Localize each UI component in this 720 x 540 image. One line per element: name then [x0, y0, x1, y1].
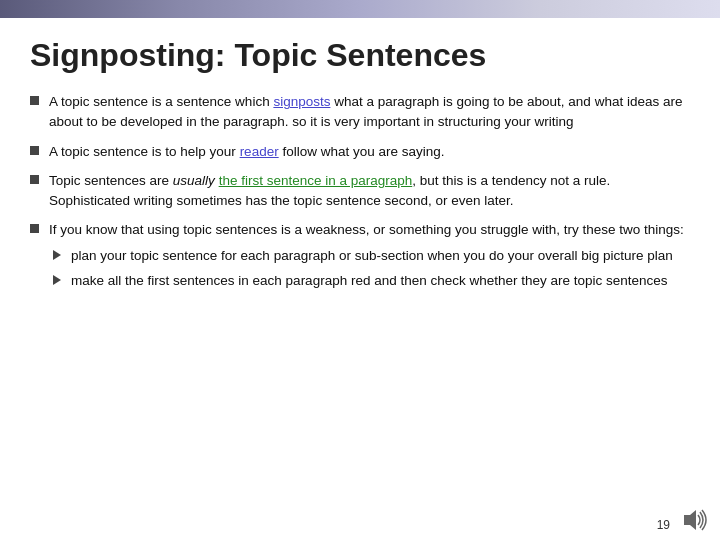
bullet-list: A topic sentence is a sentence which sig…	[30, 92, 690, 297]
usually-text: usually	[173, 173, 215, 188]
sub-bullet-list: plan your topic sentence for each paragr…	[49, 246, 690, 291]
slide-content: Signposting: Topic Sentences A topic sen…	[0, 18, 720, 327]
arrow-bullet-2	[53, 275, 61, 285]
slide-title: Signposting: Topic Sentences	[30, 36, 690, 74]
bullet-text-2: A topic sentence is to help your reader …	[49, 142, 690, 162]
bullet-item-1: A topic sentence is a sentence which sig…	[30, 92, 690, 131]
first-sentence-link[interactable]: the first sentence in a paragraph	[219, 173, 413, 188]
svg-marker-0	[684, 510, 696, 530]
bullet-square-1	[30, 96, 39, 105]
signposts-link[interactable]: signposts	[273, 94, 330, 109]
sub-bullet-text-1: plan your topic sentence for each paragr…	[71, 246, 690, 266]
page-number: 19	[657, 518, 670, 532]
bullet-item-4: If you know that using topic sentences i…	[30, 220, 690, 297]
sub-bullet-item-2: make all the first sentences in each par…	[53, 271, 690, 291]
sub-bullet-item-1: plan your topic sentence for each paragr…	[53, 246, 690, 266]
bullet-text-1: A topic sentence is a sentence which sig…	[49, 92, 690, 131]
bullet-text-4: If you know that using topic sentences i…	[49, 220, 690, 297]
speaker-icon	[680, 505, 710, 535]
bullet-item-2: A topic sentence is to help your reader …	[30, 142, 690, 162]
bullet-item-3: Topic sentences are usually the first se…	[30, 171, 690, 210]
top-bar	[0, 0, 720, 18]
bullet-square-3	[30, 175, 39, 184]
sub-bullet-text-2: make all the first sentences in each par…	[71, 271, 690, 291]
arrow-bullet-1	[53, 250, 61, 260]
bullet-square-4	[30, 224, 39, 233]
bullet-square-2	[30, 146, 39, 155]
bullet-text-3: Topic sentences are usually the first se…	[49, 171, 690, 210]
reader-link[interactable]: reader	[240, 144, 279, 159]
